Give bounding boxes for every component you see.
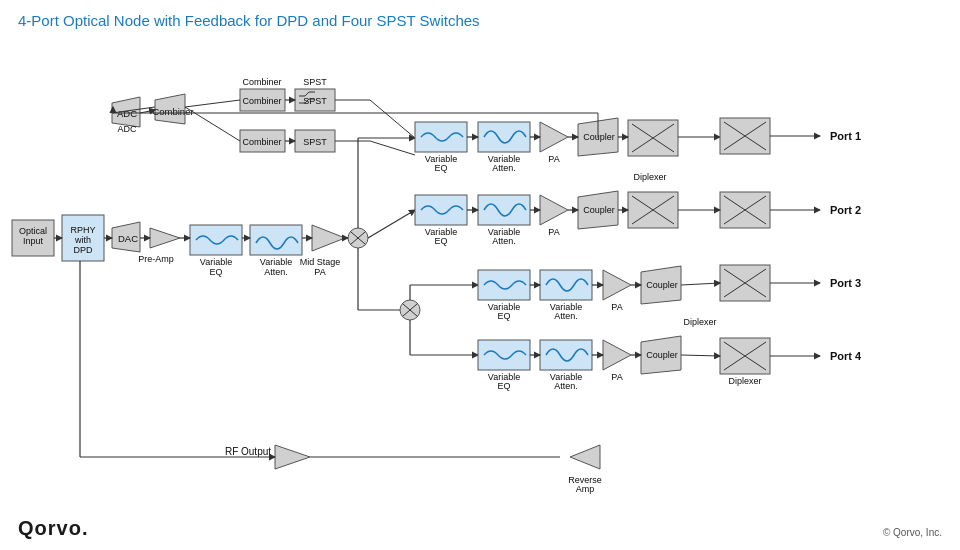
svg-text:SPST: SPST [303,137,327,147]
svg-marker-85 [540,195,568,225]
svg-line-50 [185,100,240,107]
svg-text:Diplexer: Diplexer [683,317,716,327]
svg-rect-115 [540,270,592,300]
svg-line-127 [681,283,720,285]
svg-text:Amp: Amp [576,484,595,494]
svg-text:EQ: EQ [434,163,447,173]
svg-rect-84 [478,195,530,225]
svg-text:Combiner: Combiner [152,106,193,117]
svg-text:RPHY: RPHY [70,225,95,235]
svg-rect-14 [190,225,242,255]
svg-text:EQ: EQ [497,381,510,391]
svg-text:Input: Input [23,236,44,246]
svg-line-58 [370,141,415,155]
svg-text:PA: PA [548,227,559,237]
svg-rect-83 [415,195,467,225]
svg-text:Optical: Optical [19,226,47,236]
svg-text:with: with [74,235,91,245]
diagram: Optical Input RPHY with DPD DAC Pre-Amp … [0,0,960,550]
svg-marker-157 [275,445,310,469]
svg-text:EQ: EQ [209,267,222,277]
svg-line-149 [681,355,720,356]
footer-logo: Qorvo. [18,517,88,540]
svg-text:PA: PA [314,267,325,277]
svg-text:Atten.: Atten. [492,236,516,246]
svg-marker-116 [603,270,631,300]
svg-line-51 [185,107,240,141]
svg-text:PA: PA [611,372,622,382]
svg-text:Port 2: Port 2 [830,204,861,216]
svg-text:RF Output: RF Output [225,446,271,457]
svg-text:Diplexer: Diplexer [728,376,761,386]
svg-text:DAC: DAC [118,233,138,244]
svg-text:Diplexer: Diplexer [633,172,666,182]
svg-text:ADC: ADC [117,124,137,134]
svg-text:PA: PA [611,302,622,312]
svg-text:Variable: Variable [260,257,292,267]
svg-rect-136 [540,340,592,370]
svg-text:Port 1: Port 1 [830,130,861,142]
svg-rect-60 [478,122,530,152]
svg-text:EQ: EQ [497,311,510,321]
svg-rect-114 [478,270,530,300]
svg-text:Mid Stage: Mid Stage [300,257,341,267]
main-container: 4-Port Optical Node with Feedback for DP… [0,0,960,550]
footer-copyright: © Qorvo, Inc. [883,527,942,538]
svg-marker-11 [150,228,180,248]
svg-line-57 [370,100,415,138]
svg-rect-135 [478,340,530,370]
svg-line-82 [368,210,415,238]
svg-text:DPD: DPD [73,245,93,255]
svg-text:EQ: EQ [434,236,447,246]
svg-text:Atten.: Atten. [554,381,578,391]
svg-text:Atten.: Atten. [492,163,516,173]
svg-text:Coupler: Coupler [583,132,615,142]
svg-marker-137 [603,340,631,370]
svg-marker-22 [312,225,345,251]
svg-text:Atten.: Atten. [554,311,578,321]
svg-text:Combiner: Combiner [242,77,281,87]
svg-text:Coupler: Coupler [646,350,678,360]
svg-text:Port 3: Port 3 [830,277,861,289]
svg-text:Atten.: Atten. [264,267,288,277]
svg-text:PA: PA [548,154,559,164]
svg-text:Coupler: Coupler [583,205,615,215]
svg-text:SPST: SPST [303,77,327,87]
svg-text:Pre-Amp: Pre-Amp [138,254,174,264]
svg-text:Coupler: Coupler [646,280,678,290]
svg-marker-159 [570,445,600,469]
svg-rect-59 [415,122,467,152]
svg-text:Combiner: Combiner [242,96,281,106]
svg-text:Combiner: Combiner [242,137,281,147]
svg-text:Port 4: Port 4 [830,350,862,362]
svg-text:Variable: Variable [200,257,232,267]
svg-marker-61 [540,122,568,152]
